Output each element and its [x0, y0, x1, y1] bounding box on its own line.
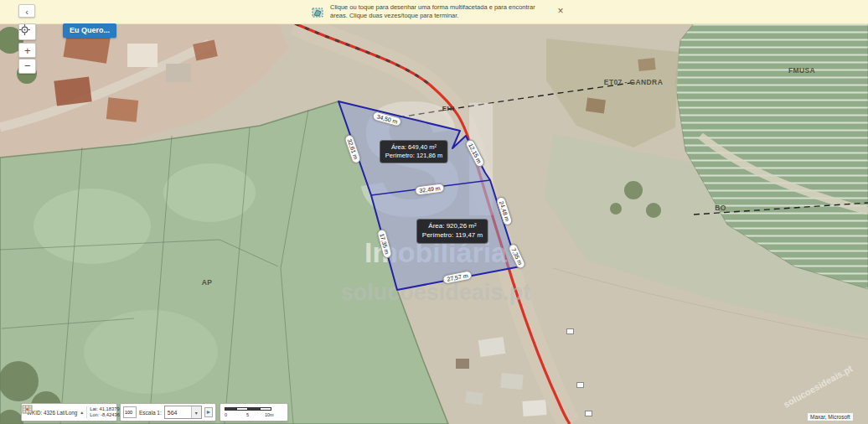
scalebar-tick: 10m — [265, 412, 274, 417]
road-label: EHI — [442, 105, 455, 112]
area-tooltip-upper: Área: 649,40 m² Perímetro: 121,86 m — [380, 140, 448, 163]
scalebar: 0 5 10m — [225, 406, 273, 418]
scale-select-value: 564 — [168, 410, 178, 416]
draw-instruction-banner: Clique ou toque para desenhar uma forma … — [0, 0, 868, 24]
sort-arrow-icon: ▲ — [80, 410, 84, 415]
locate-button[interactable] — [18, 23, 36, 40]
perimeter-value: Perímetro: 121,86 m — [385, 152, 442, 160]
area-value: Área: 920,26 m² — [422, 222, 483, 231]
close-icon[interactable]: × — [555, 5, 566, 17]
scalebar-tick: 5 — [246, 412, 249, 417]
parcel-label-ap: AP — [202, 278, 213, 287]
area-tooltip-lower: Área: 920,26 m² Perímetro: 119,47 m — [416, 219, 488, 244]
road-marker — [566, 328, 574, 334]
road-marker — [585, 411, 592, 416]
zone-label-fmusa: FMUSA — [788, 66, 815, 75]
wkid-label: WKID: 4326 Lat/Long — [27, 410, 77, 416]
mini-scale-input[interactable] — [123, 406, 137, 418]
parcel-label-bo: BO — [715, 204, 726, 212]
map-attribution: Maxar, Microsoft — [808, 413, 853, 421]
banner-message: Clique ou toque para desenhar uma forma … — [330, 3, 550, 20]
apply-scale-button[interactable]: ► — [204, 407, 213, 417]
zoom-out-button[interactable]: − — [18, 59, 36, 74]
perimeter-value: Perímetro: 119,47 m — [422, 231, 483, 240]
road-marker — [576, 382, 584, 388]
scale-label: Escala 1: — [139, 410, 162, 416]
eu-quero-button[interactable]: Eu Quero... — [63, 23, 116, 38]
map-application-window: SI Imobiliária solucoesideais.pt solucoe… — [0, 0, 868, 424]
scalebar-panel: 0 5 10m — [220, 403, 288, 421]
zone-label-et07: ET07 - GANDRA — [604, 78, 663, 86]
chevron-down-icon: ▾ — [191, 406, 201, 418]
scale-select[interactable]: 564 ▾ — [164, 406, 202, 419]
scalebar-tick: 0 — [225, 412, 227, 417]
collapse-panel-button[interactable]: ‹ — [18, 4, 35, 18]
zoom-in-button[interactable]: + — [18, 43, 36, 58]
coordinate-system-panel[interactable]: WKID: 4326 Lat/Long ▲ Lat: 41,18379° N L… — [21, 403, 117, 421]
area-value: Área: 649,40 m² — [385, 143, 442, 152]
scale-panel: Escala 1: 564 ▾ ► — [120, 403, 216, 421]
